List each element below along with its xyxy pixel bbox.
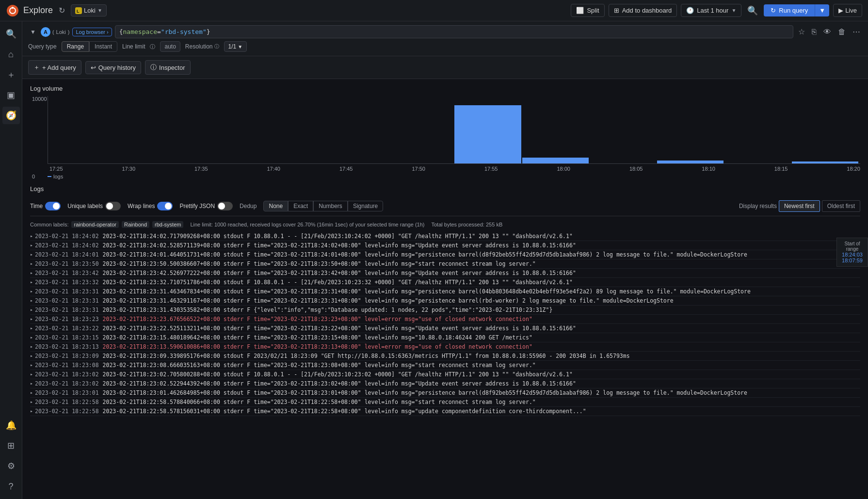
sidebar-item-help[interactable]: ? bbox=[2, 478, 20, 495]
dashboard-icon: ⊞ bbox=[614, 7, 619, 14]
query-delete-icon[interactable]: 🗑 bbox=[836, 26, 848, 38]
log-line-7[interactable]: ▸2023-02-21 18:23:312023-02-21T18:23:31.… bbox=[30, 296, 860, 306]
live-button[interactable]: ▶ Live bbox=[833, 4, 862, 17]
add-dashboard-label: Add to dashboard bbox=[622, 7, 672, 14]
legend-dot-icon bbox=[48, 176, 51, 177]
resolution-label: Resolution ⓘ bbox=[185, 43, 219, 50]
chart-x-label-4: 17:45 bbox=[339, 166, 353, 172]
sidebar-item-dashboards[interactable]: ▣ bbox=[2, 86, 20, 104]
query-type-tabs: Range Instant bbox=[62, 41, 117, 52]
split-button[interactable]: ⬜ Split bbox=[571, 4, 604, 17]
dedup-exact-button[interactable]: Exact bbox=[288, 201, 313, 211]
log-line-15[interactable]: ▸2023-02-21 18:23:022023-02-21T18:23:02.… bbox=[30, 370, 860, 379]
log-expand-icon-19: ▸ bbox=[30, 408, 33, 414]
log-expand-icon-10: ▸ bbox=[30, 325, 33, 331]
display-results-tabs: Display results Newest first Oldest firs… bbox=[739, 200, 860, 212]
resolution-text: Resolution bbox=[185, 43, 213, 50]
chart-bars bbox=[48, 96, 860, 163]
log-line-5[interactable]: ▸2023-02-21 18:23:322023-02-21T18:23:32.… bbox=[30, 278, 860, 287]
newest-first-button[interactable]: Newest first bbox=[779, 200, 820, 212]
prettify-json-toggle[interactable] bbox=[217, 202, 233, 210]
log-line-0[interactable]: ▸2023-02-21 18:24:022023-02-21T18:24:02.… bbox=[30, 232, 860, 241]
query-input[interactable]: {namespace="rbd-system"} bbox=[115, 25, 793, 38]
chart-bars-container[interactable] bbox=[48, 96, 860, 164]
tab-instant[interactable]: Instant bbox=[89, 41, 117, 52]
run-query-dropdown-button[interactable]: ▼ bbox=[815, 4, 829, 16]
chart-x-label-8: 18:05 bbox=[629, 166, 643, 172]
back-icon[interactable]: ↻ bbox=[57, 4, 67, 17]
run-query-button[interactable]: ↻ Run query bbox=[764, 4, 815, 16]
legend-label: logs bbox=[53, 174, 63, 179]
wrap-lines-label: Wrap lines bbox=[128, 203, 155, 209]
logs-wrapper: ▸2023-02-21 18:24:022023-02-21T18:24:02.… bbox=[30, 232, 860, 416]
log-text-6: 2023-02-21T18:23:31.463467834+08:00 stdo… bbox=[103, 288, 751, 295]
log-expand-icon-11: ▸ bbox=[30, 334, 33, 340]
log-time-6: 2023-02-21 18:23:31 bbox=[35, 288, 99, 295]
dedup-signature-button[interactable]: Signature bbox=[348, 201, 383, 211]
oldest-first-button[interactable]: Oldest first bbox=[822, 200, 860, 212]
resolution-selector[interactable]: 1/1 ▼ bbox=[224, 41, 247, 52]
chart-x-label-10: 18:15 bbox=[774, 166, 788, 172]
query-datasource-value: Loki bbox=[56, 29, 66, 35]
sidebar-item-alerts[interactable]: 🔔 bbox=[2, 417, 20, 434]
tab-range[interactable]: Range bbox=[62, 41, 89, 52]
total-bytes-label: Total bytes processed: 255 kB bbox=[431, 222, 502, 227]
log-line-16[interactable]: ▸2023-02-21 18:23:022023-02-21T18:23:02.… bbox=[30, 379, 860, 388]
log-line-12[interactable]: ▸2023-02-21 18:23:132023-02-21T18:23:13.… bbox=[30, 342, 860, 352]
collapse-query-icon[interactable]: ▼ bbox=[28, 27, 38, 37]
zoom-out-icon[interactable]: 🔍 bbox=[745, 3, 760, 18]
chevron-down-icon: ▼ bbox=[97, 8, 102, 13]
query-eye-icon[interactable]: 👁 bbox=[821, 26, 833, 38]
inspector-button[interactable]: ⓘ Inspector bbox=[145, 60, 190, 75]
chart-area: 10000 0 17:2517:3017:3517:4017:4517:5017… bbox=[48, 96, 860, 179]
log-text-11: 2023-02-21T18:23:15.480189642+08:00 stde… bbox=[103, 334, 532, 341]
log-text-9: 2023-02-21T18:23:23.676566522+08:00 stde… bbox=[103, 316, 532, 322]
log-line-11[interactable]: ▸2023-02-21 18:23:152023-02-21T18:23:15.… bbox=[30, 333, 860, 342]
add-query-button[interactable]: ＋ + Add query bbox=[28, 60, 81, 75]
sidebar-item-plugins[interactable]: ⊞ bbox=[2, 437, 20, 454]
log-line-9[interactable]: ▸2023-02-21 18:23:232023-02-21T18:23:23.… bbox=[30, 315, 860, 324]
log-text-17: 2023-02-21T18:23:01.462684985+08:00 stdo… bbox=[103, 389, 747, 396]
add-to-dashboard-button[interactable]: ⊞ Add to dashboard bbox=[609, 4, 677, 17]
log-line-17[interactable]: ▸2023-02-21 18:23:012023-02-21T18:23:01.… bbox=[30, 388, 860, 398]
log-text-3: 2023-02-21T18:23:50.500386607+08:00 stde… bbox=[103, 260, 536, 267]
live-label: Live bbox=[845, 7, 857, 14]
chart-section: Log volume 10000 0 17:2517:3017:3517:401… bbox=[22, 79, 868, 185]
resolution-chevron-icon: ▼ bbox=[238, 44, 242, 49]
query-star-icon[interactable]: ☆ bbox=[796, 25, 807, 38]
sidebar-item-plus[interactable]: ＋ bbox=[2, 66, 20, 83]
log-line-2[interactable]: ▸2023-02-21 18:24:012023-02-21T18:24:01.… bbox=[30, 250, 860, 259]
range-time2: 18:07:59 bbox=[840, 258, 865, 263]
log-time-2: 2023-02-21 18:24:01 bbox=[35, 251, 99, 258]
log-line-10[interactable]: ▸2023-02-21 18:23:222023-02-21T18:23:22.… bbox=[30, 324, 860, 333]
wrap-lines-toggle[interactable] bbox=[157, 202, 173, 210]
query-more-icon[interactable]: ⋯ bbox=[851, 25, 862, 38]
time-range-button[interactable]: 🕐 Last 1 hour ▼ bbox=[681, 4, 741, 17]
log-line-1[interactable]: ▸2023-02-21 18:24:022023-02-21T18:24:02.… bbox=[30, 241, 860, 250]
query-row: ▼ A ( Loki ) Log browser › {namespace="r… bbox=[28, 25, 862, 38]
query-history-button[interactable]: ↩ Query history bbox=[85, 61, 141, 74]
log-line-13[interactable]: ▸2023-02-21 18:23:092023-02-21T18:23:09.… bbox=[30, 352, 860, 361]
log-line-4[interactable]: ▸2023-02-21 18:23:422023-02-21T18:23:42.… bbox=[30, 269, 860, 278]
datasource-name: Loki bbox=[84, 7, 96, 14]
sidebar-item-settings[interactable]: ⚙ bbox=[2, 457, 20, 475]
dedup-none-button[interactable]: None bbox=[263, 201, 288, 211]
log-line-8[interactable]: ▸2023-02-21 18:23:312023-02-21T18:23:31.… bbox=[30, 306, 860, 315]
log-line-14[interactable]: ▸2023-02-21 18:23:082023-02-21T18:23:08.… bbox=[30, 361, 860, 370]
datasource-selector[interactable]: L Loki ▼ bbox=[71, 4, 107, 16]
log-line-18[interactable]: ▸2023-02-21 18:22:582023-02-21T18:22:58.… bbox=[30, 398, 860, 407]
log-line-19[interactable]: ▸2023-02-21 18:22:582023-02-21T18:22:58.… bbox=[30, 407, 860, 416]
unique-labels-toggle[interactable] bbox=[105, 202, 121, 210]
query-copy-icon[interactable]: ⎘ bbox=[810, 26, 819, 38]
log-line-3[interactable]: ▸2023-02-21 18:23:502023-02-21T18:23:50.… bbox=[30, 259, 860, 269]
sidebar-item-home[interactable]: ⌂ bbox=[2, 46, 20, 63]
log-browser-button[interactable]: Log browser › bbox=[72, 28, 112, 36]
chart-x-label-11: 18:20 bbox=[847, 166, 860, 172]
log-line-6[interactable]: ▸2023-02-21 18:23:312023-02-21T18:23:31.… bbox=[30, 287, 860, 296]
query-label: A ( Loki ) bbox=[41, 27, 70, 37]
sidebar-item-explore[interactable]: 🧭 bbox=[2, 107, 20, 124]
refresh-icon: ↻ bbox=[771, 7, 776, 14]
sidebar-item-search[interactable]: 🔍 bbox=[2, 25, 20, 43]
time-toggle[interactable] bbox=[45, 202, 61, 210]
dedup-numbers-button[interactable]: Numbers bbox=[313, 201, 348, 211]
